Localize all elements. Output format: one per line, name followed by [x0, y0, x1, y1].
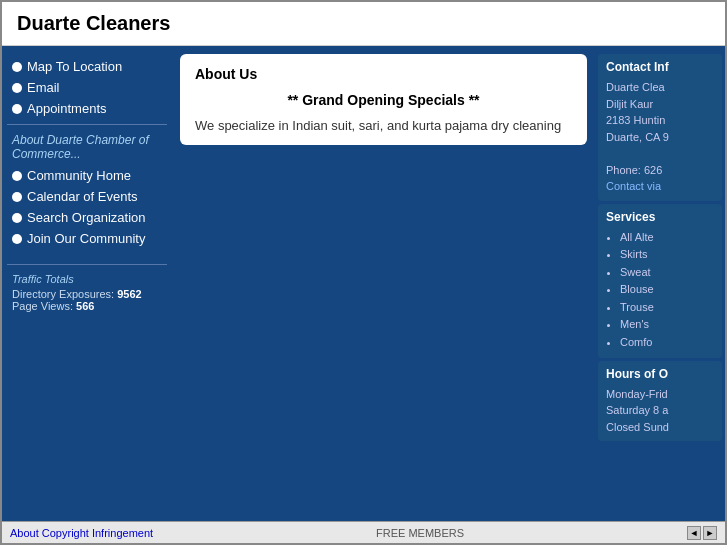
list-item: Men's	[620, 316, 714, 334]
bullet-icon	[12, 171, 22, 181]
sidebar-section-title: About Duarte Chamber of Commerce...	[7, 124, 167, 165]
bullet-icon	[12, 83, 22, 93]
outer-frame: Duarte Cleaners Map To Location Email Ap…	[0, 0, 727, 545]
list-item: All Alte	[620, 229, 714, 247]
list-item: Blouse	[620, 281, 714, 299]
contact-heading: Contact Inf	[606, 60, 714, 74]
sidebar-nav-item-search[interactable]: Search Organization	[7, 207, 167, 228]
sidebar-nav-item-map[interactable]: Map To Location	[7, 56, 167, 77]
list-item: Comfo	[620, 334, 714, 352]
left-sidebar: Map To Location Email Appointments About…	[2, 46, 172, 521]
sidebar-nav-item-email[interactable]: Email	[7, 77, 167, 98]
sidebar-nav-item-community-home[interactable]: Community Home	[7, 165, 167, 186]
contact-box: Contact Inf Duarte Clea Diljit Kaur 2183…	[598, 54, 722, 201]
scrollbar-area: ◄ ►	[687, 526, 717, 540]
bottom-center-text: FREE MEMBERS	[376, 527, 464, 539]
hours-details: Monday-Frid Saturday 8 a Closed Sund	[606, 386, 714, 436]
list-item: Trouse	[620, 299, 714, 317]
traffic-pageviews: Page Views: 566	[12, 300, 162, 312]
about-box: About Us ** Grand Opening Specials ** We…	[180, 54, 587, 145]
sidebar-nav-item-join[interactable]: Join Our Community	[7, 228, 167, 249]
main-layout: Map To Location Email Appointments About…	[2, 46, 725, 521]
hours-box: Hours of O Monday-Frid Saturday 8 a Clos…	[598, 361, 722, 442]
sidebar-nav-item-calendar[interactable]: Calendar of Events	[7, 186, 167, 207]
traffic-title: Traffic Totals	[12, 273, 162, 285]
right-sidebar: Contact Inf Duarte Clea Diljit Kaur 2183…	[595, 46, 725, 521]
hours-heading: Hours of O	[606, 367, 714, 381]
grand-opening: ** Grand Opening Specials **	[195, 92, 572, 108]
header: Duarte Cleaners	[2, 2, 725, 46]
page-title: Duarte Cleaners	[17, 12, 710, 35]
contact-details: Duarte Clea Diljit Kaur 2183 Huntin Duar…	[606, 79, 714, 195]
scroll-left-button[interactable]: ◄	[687, 526, 701, 540]
services-heading: Services	[606, 210, 714, 224]
sidebar-nav-item-appointments[interactable]: Appointments	[7, 98, 167, 119]
traffic-directory: Directory Exposures: 9562	[12, 288, 162, 300]
services-box: Services All Alte Skirts Sweat Blouse Tr…	[598, 204, 722, 358]
copyright-link[interactable]: About Copyright Infringement	[10, 527, 153, 539]
services-list: All Alte Skirts Sweat Blouse Trouse Men'…	[606, 229, 714, 352]
traffic-section: Traffic Totals Directory Exposures: 9562…	[7, 264, 167, 320]
about-heading: About Us	[195, 66, 572, 82]
bullet-icon	[12, 62, 22, 72]
scroll-right-button[interactable]: ►	[703, 526, 717, 540]
list-item: Skirts	[620, 246, 714, 264]
bottom-bar: About Copyright Infringement FREE MEMBER…	[2, 521, 725, 543]
about-description: We specialize in Indian suit, sari, and …	[195, 118, 572, 133]
bullet-icon	[12, 213, 22, 223]
bullet-icon	[12, 104, 22, 114]
list-item: Sweat	[620, 264, 714, 282]
contact-via-link[interactable]: Contact via	[606, 180, 661, 192]
bullet-icon	[12, 234, 22, 244]
bullet-icon	[12, 192, 22, 202]
center-content: About Us ** Grand Opening Specials ** We…	[172, 46, 595, 521]
